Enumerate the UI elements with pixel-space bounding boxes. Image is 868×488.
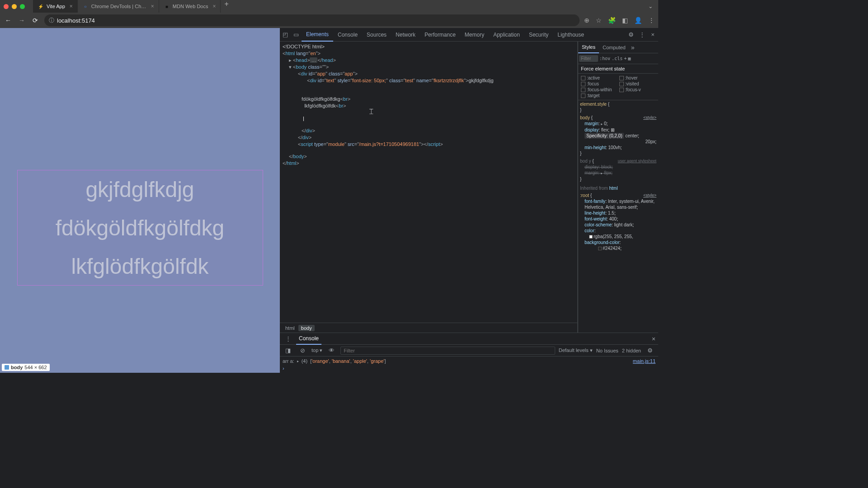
tab-application[interactable]: Application xyxy=(489,28,524,42)
state-hover[interactable]: :hover xyxy=(619,75,656,80)
tab-vite-app[interactable]: ⚡ Vite App × xyxy=(33,0,78,13)
elements-panel: <!DOCTYPE html> <html lang="en"> ▸ <head… xyxy=(280,42,578,333)
tab-computed[interactable]: Computed xyxy=(599,42,629,53)
site-info-icon[interactable]: ⓘ xyxy=(49,17,54,24)
cls-button[interactable]: .cls xyxy=(612,56,623,61)
tab-close-icon[interactable]: × xyxy=(212,3,216,9)
new-tab-button[interactable]: + xyxy=(221,0,232,13)
context-selector[interactable]: top ▾ xyxy=(311,347,322,353)
log-levels-selector[interactable]: Default levels ▾ xyxy=(559,347,593,353)
forward-button[interactable]: → xyxy=(17,17,26,24)
chrome-favicon-icon: ○ xyxy=(82,3,89,9)
close-window-button[interactable] xyxy=(4,4,9,9)
state-target[interactable]: :target xyxy=(581,93,618,98)
clear-console-icon[interactable]: ⊘ xyxy=(297,345,308,356)
tab-elements[interactable]: Elements xyxy=(302,28,333,42)
app-text: gkjfdglfkdjg fdökgöldfkgölfdkg lkfglödfk… xyxy=(0,177,280,279)
sidebar-toggle-icon[interactable]: ◨ xyxy=(283,345,293,356)
tab-devtools-docs[interactable]: ○ Chrome DevTools | Chrome × xyxy=(78,0,159,13)
tab-memory[interactable]: Memory xyxy=(460,28,489,42)
console-menu-icon[interactable]: ⋮ xyxy=(283,333,293,344)
element-color-swatch-icon xyxy=(5,365,9,370)
console-source-link[interactable]: main.js:11 xyxy=(633,358,656,364)
tab-security[interactable]: Security xyxy=(524,28,553,42)
styles-overflow-icon[interactable]: » xyxy=(629,44,637,51)
console-log-line: arr a: ▸ (4) ['orange', 'banana', 'apple… xyxy=(283,358,656,364)
tab-mdn[interactable]: ■ MDN Web Docs × xyxy=(159,0,221,13)
back-button[interactable]: ← xyxy=(4,17,13,24)
console-settings-icon[interactable]: ⚙ xyxy=(645,345,656,356)
flex-editor-icon[interactable]: ⊞ xyxy=(611,127,614,132)
tab-title: Vite App xyxy=(47,4,65,9)
reload-button[interactable]: ⟳ xyxy=(31,17,40,24)
close-drawer-icon[interactable]: × xyxy=(652,335,656,343)
state-focus-within[interactable]: :focus-within xyxy=(581,87,618,92)
devtools-panel: ◰ ▭ Elements Console Sources Network Per… xyxy=(280,28,658,373)
close-devtools-icon[interactable]: × xyxy=(647,29,658,40)
tab-styles[interactable]: Styles xyxy=(578,42,599,53)
console-output[interactable]: arr a: ▸ (4) ['orange', 'banana', 'apple… xyxy=(280,357,658,373)
device-toolbar-icon[interactable]: ▭ xyxy=(291,29,302,40)
text-cursor-icon: ⌶ xyxy=(369,108,373,115)
state-focus-visible[interactable]: :focus-v xyxy=(619,87,656,92)
search-icon[interactable]: ⊕ xyxy=(584,17,590,24)
state-grid: :active :hover :focus :visited :focus-wi… xyxy=(578,74,658,100)
styles-panel: Styles Computed » :hov .cls + ▦ Force el… xyxy=(578,42,658,333)
console-filter-input[interactable] xyxy=(340,347,555,355)
tab-close-icon[interactable]: × xyxy=(70,3,73,9)
traffic-lights xyxy=(4,4,25,9)
vite-favicon-icon: ⚡ xyxy=(38,3,44,9)
state-focus[interactable]: :focus xyxy=(581,81,618,86)
tab-title: Chrome DevTools | Chrome xyxy=(91,4,146,9)
element-size-tooltip: body 544 × 662 xyxy=(2,364,50,371)
text-line-3: lkfglödfkgölfdk xyxy=(0,254,280,279)
specificity-tooltip: Specificity: (0,2,0) xyxy=(585,133,624,139)
console-drawer-tab[interactable]: Console xyxy=(296,333,321,345)
tab-overflow-icon[interactable]: ⌄ xyxy=(648,3,653,9)
tab-sources[interactable]: Sources xyxy=(362,28,391,42)
minimize-window-button[interactable] xyxy=(12,4,17,9)
devtools-tabs: ◰ ▭ Elements Console Sources Network Per… xyxy=(280,28,658,42)
tab-close-icon[interactable]: × xyxy=(151,3,154,9)
mdn-favicon-icon: ■ xyxy=(164,3,170,9)
tab-title: MDN Web Docs xyxy=(173,4,208,9)
text-line-2: fdökgöldfkgölfdkg xyxy=(0,216,280,240)
state-visited[interactable]: :visited xyxy=(619,81,656,86)
tab-console[interactable]: Console xyxy=(333,28,362,42)
console-prompt[interactable]: › xyxy=(283,364,656,371)
address-bar[interactable]: ⓘ localhost:5174 xyxy=(44,14,580,26)
browser-toolbar: ← → ⟳ ⓘ localhost:5174 ⊕ ☆ 🧩 ◧ 👤 ⋮ xyxy=(0,13,658,28)
console-drawer: ⋮ Console × ◨ ⊘ top ▾ 👁 Default levels ▾… xyxy=(280,333,658,373)
badge-dims: 544 × 662 xyxy=(24,365,47,370)
force-state-label: Force element state xyxy=(578,64,658,74)
edit-cursor-line[interactable]: | xyxy=(302,109,575,123)
styles-filter-input[interactable] xyxy=(579,55,598,62)
dom-tree[interactable]: <!DOCTYPE html> <html lang="en"> ▸ <head… xyxy=(280,42,577,323)
content-area: gkjfdglfkdjg fdökgöldfkgölfdkg lkfglödfk… xyxy=(0,28,658,373)
crumb-html[interactable]: html xyxy=(283,325,297,331)
state-active[interactable]: :active xyxy=(581,75,618,80)
tab-performance[interactable]: Performance xyxy=(420,28,460,42)
hov-button[interactable]: :hov xyxy=(599,56,610,61)
maximize-window-button[interactable] xyxy=(20,4,25,9)
profile-icon[interactable]: 👤 xyxy=(634,17,642,24)
bookmark-icon[interactable]: ☆ xyxy=(596,17,602,24)
hidden-count[interactable]: 2 hidden xyxy=(622,348,641,353)
tab-lighthouse[interactable]: Lighthouse xyxy=(553,28,589,42)
page-viewport[interactable]: gkjfdglfkdjg fdökgöldfkgölfdkg lkfglödfk… xyxy=(0,28,280,373)
titlebar: ⚡ Vite App × ○ Chrome DevTools | Chrome … xyxy=(0,0,658,13)
settings-icon[interactable]: ⚙ xyxy=(626,29,637,40)
computed-toggle-icon[interactable]: ▦ xyxy=(628,56,631,61)
new-rule-icon[interactable]: + xyxy=(624,56,627,61)
live-expression-icon[interactable]: 👁 xyxy=(326,345,337,356)
styles-rules[interactable]: element.style { } <style> body { margin:… xyxy=(578,100,658,333)
dom-breadcrumb: html body xyxy=(280,323,577,333)
issues-label[interactable]: No Issues xyxy=(596,348,618,353)
more-icon[interactable]: ⋮ xyxy=(637,29,647,40)
inspect-element-icon[interactable]: ◰ xyxy=(280,29,291,40)
menu-icon[interactable]: ⋮ xyxy=(648,17,655,24)
crumb-body[interactable]: body xyxy=(298,325,315,331)
extensions-icon[interactable]: 🧩 xyxy=(608,17,616,24)
tab-network[interactable]: Network xyxy=(391,28,420,42)
side-panel-icon[interactable]: ◧ xyxy=(622,17,628,24)
